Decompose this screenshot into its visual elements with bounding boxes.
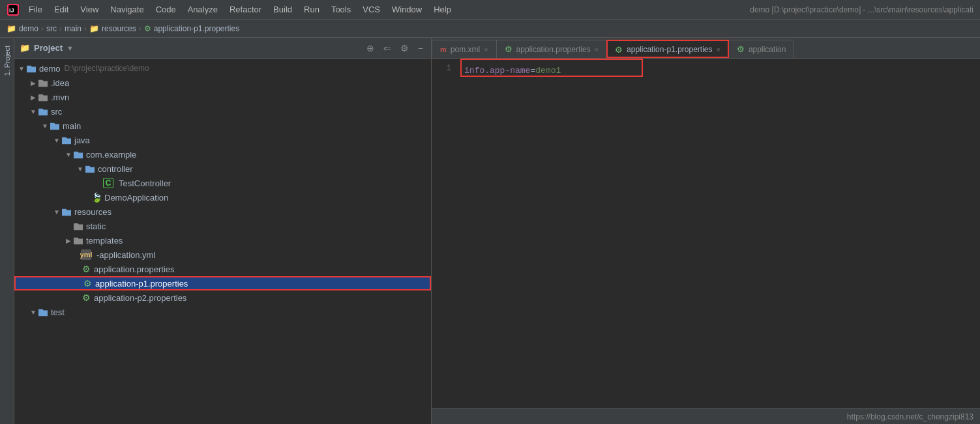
tree-label-main: main [63,121,81,131]
toggle-com-example[interactable]: ▼ [64,151,73,158]
toggle-resources[interactable]: ▼ [52,208,61,216]
src-folder-icon [38,106,48,117]
breadcrumb-main[interactable]: main [65,24,82,33]
tree-item-java[interactable]: ▼ java [14,133,431,147]
yml-file-icon: yml [81,249,91,260]
menu-edit[interactable]: Edit [49,3,74,16]
menu-view[interactable]: View [75,3,104,16]
tree-item-controller[interactable]: ▼ controller [14,162,431,176]
toggle-test[interactable]: ▼ [29,309,38,316]
maven-icon: m [440,46,447,53]
project-tree[interactable]: ▼ demo D:\project\practice\demo ▶ .idea … [14,59,431,424]
editor-area: m pom.xml × ⚙ application.properties × ⚙… [432,38,980,424]
tree-label-java: java [74,135,90,145]
props-p1-tab-icon: ⚙ [615,45,623,55]
tab-application-props-close[interactable]: × [595,46,599,53]
tree-item-application-p2[interactable]: ⚙ application-p2.properties [14,290,431,305]
test-folder-icon [38,307,48,317]
tab-application-props[interactable]: ⚙ application.properties × [496,40,608,58]
menu-tools[interactable]: Tools [326,3,356,16]
breadcrumb-resources[interactable]: resources [102,24,136,33]
project-panel: 📁 Project ▼ ⊕ ⇐ ⚙ − ▼ demo D:\project\pr… [14,38,432,424]
tab-pom-close[interactable]: × [484,46,488,53]
toggle-mvn[interactable]: ▶ [29,94,38,101]
tree-item-demo-root[interactable]: ▼ demo D:\project\practice\demo [14,61,431,76]
application-tab-icon: ⚙ [737,44,745,54]
locate-file-icon[interactable]: ⊕ [364,42,377,55]
tree-item-com-example[interactable]: ▼ com.example [14,147,431,162]
menu-build[interactable]: Build [268,3,297,16]
tree-label-src: src [51,107,62,117]
toggle-application-props [72,266,81,273]
toggle-src[interactable]: ▼ [29,108,38,115]
project-panel-header: 📁 Project ▼ ⊕ ⇐ ⚙ − [14,38,431,59]
tab-application-p1-label: application-p1.properties [627,45,712,54]
tree-item-application-p1[interactable]: ⚙ application-p1.properties [14,276,431,290]
menu-file[interactable]: File [23,3,48,16]
tree-item-application-yml[interactable]: yml -application.yml [14,247,431,262]
project-strip-label[interactable]: 1. Project [2,40,12,81]
toggle-demo-root[interactable]: ▼ [17,65,26,72]
breadcrumb-file[interactable]: application-p1.properties [154,24,239,33]
menu-help[interactable]: Help [428,3,456,16]
editor-content[interactable]: 1 info.app-name=demo1 [432,59,980,408]
menu-code[interactable]: Code [151,3,181,16]
props-p1-file-icon: ⚙ [82,278,93,289]
toggle-application-p1 [73,280,82,287]
toggle-demo-application [82,194,91,201]
controller-folder-icon [85,163,95,174]
menu-vcs[interactable]: VCS [357,3,385,16]
toggle-test-controller [94,180,103,187]
tree-item-mvn[interactable]: ▶ .mvn [14,90,431,104]
tab-pom[interactable]: m pom.xml × [432,40,497,58]
tree-item-idea[interactable]: ▶ .idea [14,76,431,90]
tree-item-resources[interactable]: ▼ resources [14,205,431,219]
breadcrumb-demo[interactable]: demo [19,24,38,33]
tree-item-main[interactable]: ▼ main [14,119,431,133]
tree-item-templates[interactable]: ▶ templates [14,233,431,247]
tab-application-p1[interactable]: ⚙ application-p1.properties × [606,40,729,58]
toggle-controller[interactable]: ▼ [76,165,85,173]
menu-run[interactable]: Run [299,3,325,16]
tab-application-p1-close[interactable]: × [717,46,720,53]
panel-dropdown-icon[interactable]: ▼ [67,44,74,52]
tree-item-test-controller[interactable]: C TestController [14,176,431,190]
tree-label-demo: demo [39,64,61,74]
tree-label-application-p2: application-p2.properties [94,293,186,303]
toggle-java[interactable]: ▼ [52,137,61,144]
window-title: demo [D:\project\practice\demo] - ...\sr… [750,5,973,14]
tab-application[interactable]: ⚙ application [728,40,794,58]
code-equals: = [530,64,535,78]
resources-folder-icon [61,206,72,217]
collapse-all-icon[interactable]: ⇐ [381,42,394,55]
tree-label-demo-application: DemoApplication [104,193,168,203]
tree-item-src[interactable]: ▼ src [14,104,431,119]
minimize-icon[interactable]: − [415,42,426,55]
code-line-1: info.app-name=demo1 [464,64,973,78]
panel-title: Project [34,43,63,53]
props-p2-file-icon: ⚙ [81,292,91,303]
settings-icon[interactable]: ⚙ [398,42,411,55]
com-example-folder-icon [73,149,83,160]
tree-item-test[interactable]: ▼ test [14,305,431,319]
spring-icon: 🍃 [91,192,102,203]
templates-folder-icon [73,235,83,246]
tree-item-static[interactable]: static [14,219,431,233]
tree-item-application-props[interactable]: ⚙ application.properties [14,262,431,276]
code-area[interactable]: info.app-name=demo1 [458,61,980,81]
class-c-icon: C [103,178,113,188]
menu-window[interactable]: Window [387,3,427,16]
toggle-idea[interactable]: ▶ [29,79,38,87]
toggle-application-p2 [72,294,81,302]
breadcrumb-src[interactable]: src [46,24,57,33]
tree-item-demo-application[interactable]: 🍃 DemoApplication [14,190,431,205]
menu-analyze[interactable]: Analyze [183,3,223,16]
toggle-main[interactable]: ▼ [40,122,50,130]
toggle-templates[interactable]: ▶ [64,237,73,244]
left-tool-strip: 1. Project [0,38,14,424]
menu-navigate[interactable]: Navigate [105,3,149,16]
breadcrumb-folder-icon: 📁 [7,24,16,33]
status-url: https://blog.csdn.net/c_chengzipi813 [847,412,973,421]
tab-pom-label: pom.xml [451,45,480,54]
menu-refactor[interactable]: Refactor [224,3,267,16]
